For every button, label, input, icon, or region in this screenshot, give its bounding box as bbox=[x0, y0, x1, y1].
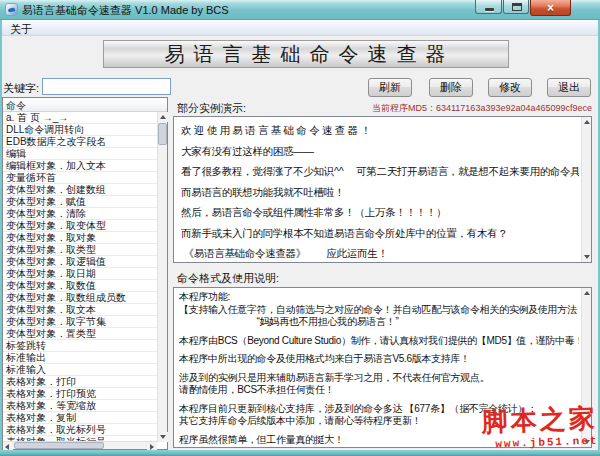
keyword-label: 关键字: bbox=[3, 81, 39, 96]
maximize-button[interactable] bbox=[503, 0, 529, 14]
list-item[interactable]: 变体型对象．赋值 bbox=[3, 196, 157, 208]
usage-paragraph: 本程序功能: 【支持输入任意字符，自动筛选与之对应的命令！并自动匹配与该命令相关… bbox=[179, 291, 579, 329]
scroll-left-icon[interactable] bbox=[3, 442, 13, 450]
list-item[interactable]: 变体型对象．取数值 bbox=[3, 280, 157, 292]
close-icon: × bbox=[547, 2, 554, 14]
list-item[interactable]: 编辑框对象．加入文本 bbox=[3, 160, 157, 172]
list-item[interactable]: 标准输出 bbox=[3, 352, 157, 364]
usage-paragraphs: 本程序功能: 【支持输入任意字符，自动筛选与之对应的命令！并自动匹配与该命令相关… bbox=[179, 291, 579, 448]
command-list-header[interactable]: 命令 bbox=[3, 98, 167, 112]
list-item[interactable]: 编辑 bbox=[3, 148, 157, 160]
list-hscrollbar[interactable] bbox=[3, 441, 157, 449]
maximize-icon bbox=[512, 3, 522, 11]
list-item[interactable]: EDB数据库之改字段名 bbox=[3, 136, 157, 148]
menu-bar: 关于 bbox=[0, 20, 600, 36]
list-item[interactable]: 表格对象．等宽缩放 bbox=[3, 400, 157, 412]
usage-section-label: 命令格式及使用说明: bbox=[177, 271, 279, 286]
window-border-left bbox=[0, 20, 2, 456]
demo-textbox: 欢 迎 使 用 易 语 言 基 础 命 令 速 查 器 ！大家有没有过这样的困惑… bbox=[173, 116, 592, 263]
app-window: 易语言基础命令速查器 V1.0 Made by BCS × 关于 易 语 言 基… bbox=[0, 0, 600, 456]
list-vscroll-thumb[interactable] bbox=[158, 123, 167, 145]
demo-vscrollbar[interactable] bbox=[581, 117, 591, 262]
demo-lines: 欢 迎 使 用 易 语 言 基 础 命 令 速 查 器 ！大家有没有过这样的困惑… bbox=[181, 120, 579, 263]
list-item[interactable]: 变体型对象．取类型 bbox=[3, 244, 157, 256]
demo-line: 而新手或未入门的同学根本不知道易语言命令所处库中的位置，有木有？ bbox=[181, 223, 579, 244]
usage-paragraph: 本程序目前只更新到核心支持库，涉及到的命令多达 【677条】（据不完全统计）； … bbox=[179, 403, 579, 428]
window-title: 易语言基础命令速查器 V1.0 Made by BCS bbox=[22, 3, 229, 18]
minimize-icon bbox=[485, 8, 494, 11]
list-item[interactable]: 表格对象．取光标列号 bbox=[3, 424, 157, 436]
list-item[interactable]: 变体型对象．创建数组 bbox=[3, 184, 157, 196]
scroll-down-icon[interactable] bbox=[582, 437, 592, 447]
delete-button[interactable]: 删除 bbox=[429, 78, 473, 97]
demo-section-label: 部分实例演示: bbox=[177, 101, 246, 116]
list-item[interactable]: 变体型对象．取字节集 bbox=[3, 316, 157, 328]
md5-label: 当前程序MD5： bbox=[372, 103, 436, 113]
list-item[interactable]: 变体型对象．置类型 bbox=[3, 328, 157, 340]
close-button[interactable]: × bbox=[530, 0, 571, 16]
list-item[interactable]: 表格对象．打印预览 bbox=[3, 388, 157, 400]
md5-value: 634117163a393e92a04a465099cf9ece bbox=[436, 103, 592, 113]
usage-paragraph: 涉及到的实例只是用来辅助易语言新手学习之用，不代表任何官方观点。 请酌情使用，B… bbox=[179, 372, 579, 397]
window-border-bottom bbox=[0, 450, 600, 456]
demo-line: 欢 迎 使 用 易 语 言 基 础 命 令 速 查 器 ！ bbox=[181, 120, 579, 141]
list-item[interactable]: 表格对象．复制 bbox=[3, 412, 157, 424]
list-item[interactable]: DLL命令调用转向 bbox=[3, 124, 157, 136]
usage-textbox: 本程序功能: 【支持输入任意字符，自动筛选与之对应的命令！并自动匹配与该命令相关… bbox=[173, 287, 592, 448]
usage-paragraph: 本程序由BCS（Beyond Culture Studio）制作，请认真核对我们… bbox=[179, 335, 579, 348]
modify-button[interactable]: 修改 bbox=[488, 78, 532, 97]
list-item[interactable]: 变体型对象．取文本 bbox=[3, 304, 157, 316]
command-list-items: a. 首 页 →_→DLL命令调用转向EDB数据库之改字段名编辑编辑框对象．加入… bbox=[3, 112, 157, 442]
scroll-up-icon[interactable] bbox=[582, 288, 592, 298]
app-icon bbox=[5, 3, 18, 16]
list-vscrollbar[interactable] bbox=[157, 112, 167, 442]
scroll-down-icon[interactable] bbox=[582, 252, 592, 262]
exit-button[interactable]: 退出 bbox=[547, 78, 591, 97]
demo-line: 而易语言的联想功能我就不吐槽啦！ bbox=[181, 182, 579, 203]
list-item[interactable]: 变量循环首 bbox=[3, 172, 157, 184]
menu-about[interactable]: 关于 bbox=[4, 21, 38, 38]
md5-line: 当前程序MD5：634117163a393e92a04a465099cf9ece bbox=[372, 102, 592, 115]
demo-line: 大家有没有过这样的困惑—— bbox=[181, 141, 579, 162]
list-item[interactable]: a. 首 页 →_→ bbox=[3, 112, 157, 124]
list-item[interactable]: 标签跳转 bbox=[3, 340, 157, 352]
list-item[interactable]: 变体型对象．取日期 bbox=[3, 268, 157, 280]
command-list: 命令 a. 首 页 →_→DLL命令调用转向EDB数据库之改字段名编辑编辑框对象… bbox=[2, 97, 168, 450]
list-item[interactable]: 变体型对象．取逻辑值 bbox=[3, 256, 157, 268]
demo-line: 看了很多教程，觉得涨了不少知识^^ 可第二天打开易语言，就是想不起来要用的命令具… bbox=[181, 161, 579, 182]
scroll-up-icon[interactable] bbox=[582, 117, 592, 127]
refresh-button[interactable]: 刷新 bbox=[368, 78, 412, 97]
list-item[interactable]: 变体型对象．取变体型 bbox=[3, 220, 157, 232]
list-item[interactable]: 表格对象．打印 bbox=[3, 376, 157, 388]
usage-paragraph: 本程序中所出现的命令及使用格式均来自于易语言V5.6版本支持库！ bbox=[179, 353, 579, 366]
list-item[interactable]: 变体型对象．清除 bbox=[3, 208, 157, 220]
page-title: 易 语 言 基 础 命 令 速 查 器 bbox=[104, 41, 508, 68]
minimize-button[interactable] bbox=[475, 0, 502, 14]
title-bar[interactable]: 易语言基础命令速查器 V1.0 Made by BCS × bbox=[0, 0, 600, 20]
list-hscroll-thumb[interactable] bbox=[14, 442, 104, 449]
list-item[interactable]: 标准输入 bbox=[3, 364, 157, 376]
banner: 易 语 言 基 础 命 令 速 查 器 bbox=[103, 40, 509, 68]
scroll-down-icon[interactable] bbox=[158, 432, 168, 442]
demo-line: 然后，易语言命令或组件属性非常多！（上万条！！！！） bbox=[181, 202, 579, 223]
list-item[interactable]: 变体型对象．取对象 bbox=[3, 232, 157, 244]
usage-vscrollbar[interactable] bbox=[581, 288, 591, 447]
keyword-input[interactable] bbox=[42, 78, 171, 95]
demo-line: 《易语言基础命令速查器》 应此运而生！ bbox=[181, 243, 579, 263]
scroll-right-icon[interactable] bbox=[147, 442, 157, 450]
list-item[interactable]: 变体型对象．取数组成员数 bbox=[3, 292, 157, 304]
usage-paragraph: 程序虽然很简单，但工作量真的挺大！ 您的支持，BCS的动力！ bbox=[179, 434, 579, 449]
scroll-up-icon[interactable] bbox=[158, 112, 168, 122]
